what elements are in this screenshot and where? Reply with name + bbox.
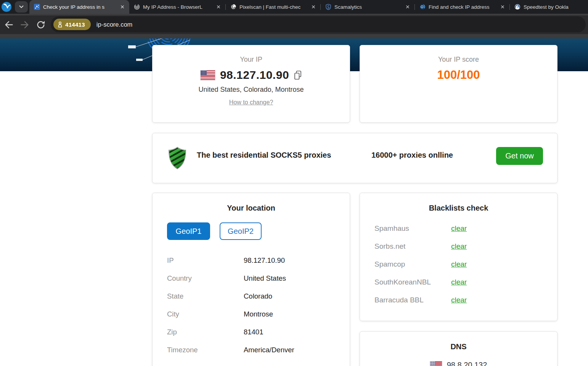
tab-browserleaks[interactable]: My IP Address - BrowserL [129, 0, 225, 14]
browser-tab-bar: Check your IP address in s My IP Address… [0, 0, 588, 14]
swirl-icon [230, 4, 236, 10]
tab-speedtest[interactable]: Speedtest by Ookla [510, 0, 577, 14]
geoip-toggle-group: GeoIP1 GeoIP2 [167, 222, 350, 240]
blacklist-name: Spamhaus [374, 224, 451, 233]
tab-close-button[interactable] [499, 4, 506, 10]
dns-row: 98.8.20.132 [360, 361, 557, 366]
back-button[interactable] [4, 20, 14, 30]
row-label: Zip [167, 328, 244, 336]
close-icon [501, 5, 504, 9]
fingerprint-icon [134, 4, 140, 10]
us-flag-icon [430, 361, 442, 366]
address-bar[interactable]: 414413 ip-score.com [51, 16, 586, 32]
tab-close-button[interactable] [310, 4, 316, 10]
blacklist-name: Barracuda BBL [374, 296, 451, 304]
get-now-button[interactable]: Get now [496, 147, 543, 165]
location-card-title: Your location [153, 204, 350, 213]
ip-location-text: United States, Colorado, Montrose [153, 86, 350, 94]
row-label: Timezone [167, 346, 244, 354]
table-row: State Colorado [167, 287, 350, 305]
blacklists-table: Spamhaus clear Sorbs.net clear Spamcop c… [374, 219, 557, 309]
tab-title: Check your IP address in s [43, 4, 116, 10]
dns-card: DNS 98.8.20.132 [360, 331, 557, 366]
table-row: Zip 81401 [167, 323, 350, 341]
url-text: ip-score.com [96, 21, 132, 28]
proxy-id-badge[interactable]: 414413 [53, 19, 91, 30]
proxy-id-number: 414413 [65, 21, 85, 28]
browser-toolbar: 414413 ip-score.com [0, 14, 588, 36]
copy-ip-button[interactable] [294, 70, 302, 80]
person-icon [58, 21, 63, 28]
tab-title: Speedtest by Ookla [524, 4, 573, 10]
ip-row: 98.127.10.90 [153, 69, 350, 82]
banner-proxy-count: 16000+ proxies onlline [371, 151, 453, 160]
green-shield-icon [167, 146, 188, 170]
geoip2-button[interactable]: GeoIP2 [220, 222, 262, 240]
shield-s-icon [325, 4, 331, 10]
blacklist-name: Spamcop [374, 260, 451, 269]
dns-card-title: DNS [360, 342, 557, 351]
us-flag-icon [201, 70, 215, 80]
close-icon [406, 5, 410, 9]
flag-canton [201, 70, 207, 76]
tab-title: My IP Address - BrowserL [143, 4, 212, 10]
row-label: City [167, 310, 244, 318]
table-row: Sorbs.net clear [374, 237, 557, 255]
flag-canton [430, 361, 435, 366]
tab-title: Find and check IP address [429, 4, 496, 10]
browser-logo-icon[interactable] [1, 2, 12, 12]
close-icon [120, 5, 124, 9]
tab-find-check-ip[interactable]: Find and check IP address [415, 0, 509, 14]
row-value: United States [244, 274, 286, 283]
blacklist-status-link[interactable]: clear [451, 278, 467, 286]
tab-close-button[interactable] [215, 4, 222, 10]
your-ip-card: Your IP 98.127.10.90 United States, Colo… [152, 45, 350, 123]
row-value: America/Denver [244, 346, 294, 354]
tab-close-button[interactable] [404, 4, 411, 10]
table-row: Spamhaus clear [374, 219, 557, 237]
reload-button[interactable] [36, 20, 46, 30]
blacklists-card-title: Blacklists check [360, 204, 557, 213]
table-row: Spamcop clear [374, 255, 557, 273]
table-row: Barracuda BBL clear [374, 291, 557, 309]
tab-title: Scamalytics [334, 4, 401, 10]
row-value: Colorado [244, 292, 272, 300]
tab-scamalytics[interactable]: Scamalytics [321, 0, 414, 14]
row-value: Montrose [244, 310, 273, 318]
blacklist-name: SouthKoreanNBL [374, 278, 451, 286]
tab-check-your-ip[interactable]: Check your IP address in s [29, 0, 129, 14]
dns-ip-value: 98.8.20.132 [447, 361, 487, 366]
tab-close-button[interactable] [119, 4, 125, 10]
network-graph-icon [34, 4, 40, 10]
chevron-down-icon [19, 5, 24, 8]
blacklist-status-link[interactable]: clear [451, 224, 467, 233]
table-row: Timezone America/Denver [167, 341, 350, 359]
app-root: Check your IP address in s My IP Address… [0, 0, 588, 366]
tab-search-chevron-button[interactable] [15, 1, 28, 13]
table-row: Country United States [167, 269, 350, 287]
close-icon [217, 5, 220, 9]
your-location-card: Your location GeoIP1 GeoIP2 IP 98.127.10… [152, 193, 350, 366]
close-icon [312, 5, 315, 9]
ip-address-value: 98.127.10.90 [220, 69, 289, 82]
copy-icon [294, 70, 302, 80]
how-to-change-link[interactable]: How to change? [229, 99, 273, 106]
back-arrow-icon [4, 20, 14, 30]
globe-search-icon [419, 4, 426, 10]
blacklist-status-link[interactable]: clear [451, 242, 467, 251]
row-label: IP [167, 256, 244, 265]
forward-button[interactable] [20, 20, 30, 30]
table-row: City Montrose [167, 305, 350, 323]
blacklist-status-link[interactable]: clear [451, 296, 467, 304]
blacklist-status-link[interactable]: clear [451, 260, 467, 269]
geoip1-button[interactable]: GeoIP1 [167, 222, 210, 240]
reload-icon [36, 20, 46, 30]
tab-pixelscan[interactable]: Pixelscan | Fast multi-chec [226, 0, 320, 14]
row-value: 98.127.10.90 [244, 256, 285, 265]
table-row: IP 98.127.10.90 [167, 251, 350, 269]
row-value: 81401 [244, 328, 263, 336]
your-ip-title: Your IP [153, 56, 350, 64]
banner-headline: The best residential SOCKS5 proxies [197, 151, 331, 160]
tab-title: Pixelscan | Fast multi-chec [239, 4, 307, 10]
blacklists-card: Blacklists check Spamhaus clear Sorbs.ne… [360, 193, 557, 321]
